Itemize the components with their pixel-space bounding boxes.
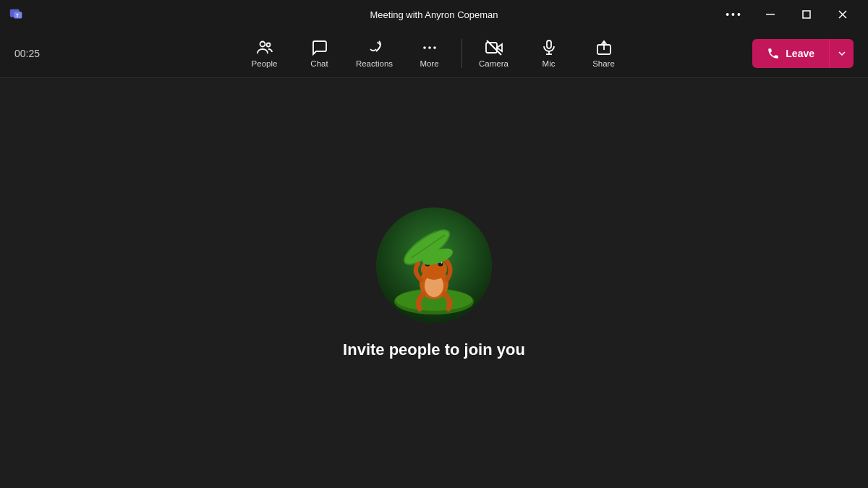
chat-button[interactable]: Chat — [294, 32, 346, 75]
svg-rect-14 — [547, 40, 551, 48]
meeting-main-content: Invite people to join you — [0, 78, 868, 488]
leave-dropdown-button[interactable] — [829, 39, 854, 68]
svg-text:T: T — [16, 13, 19, 18]
svg-rect-4 — [803, 11, 810, 18]
share-button[interactable]: Share — [578, 32, 630, 75]
title-bar: T Meeting with Anyron Copeman ••• — [0, 0, 868, 29]
svg-point-7 — [260, 41, 265, 46]
toolbar-group-right: Camera Mic Share — [468, 32, 630, 75]
leave-area: Leave — [752, 39, 854, 68]
title-bar-left: T — [9, 7, 25, 22]
chevron-down-icon — [838, 49, 846, 58]
leave-button[interactable]: Leave — [752, 39, 829, 68]
toolbar-divider — [461, 39, 462, 68]
mic-label: Mic — [542, 59, 556, 68]
svg-point-8 — [266, 43, 270, 46]
chat-label: Chat — [310, 59, 328, 68]
people-icon — [256, 39, 273, 56]
reactions-button[interactable]: Reactions — [349, 32, 401, 75]
svg-point-34 — [441, 262, 443, 263]
title-bar-controls: ••• — [718, 3, 859, 26]
mic-icon — [540, 39, 558, 56]
toolbar-group-left: People Chat Reactions — [239, 32, 456, 75]
reactions-label: Reactions — [356, 59, 393, 68]
meeting-toolbar: 00:25 People Chat — [0, 29, 868, 78]
chat-icon — [311, 39, 328, 56]
meeting-timer: 00:25 — [14, 48, 40, 59]
minimize-button[interactable] — [754, 3, 787, 26]
hangup-icon — [767, 47, 780, 60]
share-icon — [595, 39, 613, 56]
titlebar-more-button[interactable]: ••• — [718, 3, 751, 26]
svg-rect-3 — [766, 14, 775, 15]
camera-button[interactable]: Camera — [468, 32, 520, 75]
avatar-illustration — [376, 207, 492, 323]
camera-icon — [485, 39, 503, 56]
maximize-button[interactable] — [790, 3, 823, 26]
camera-label: Camera — [479, 59, 509, 68]
teams-logo-icon: T — [9, 7, 25, 22]
more-button[interactable]: More — [404, 32, 456, 75]
people-button[interactable]: People — [239, 32, 291, 75]
window-title: Meeting with Anyron Copeman — [370, 9, 498, 20]
share-label: Share — [592, 59, 615, 68]
more-label: More — [420, 59, 438, 68]
close-button[interactable] — [826, 3, 859, 26]
invite-message: Invite people to join you — [343, 341, 525, 359]
people-label: People — [252, 59, 278, 68]
reactions-icon — [366, 39, 383, 56]
svg-point-9 — [423, 46, 426, 49]
user-avatar — [376, 207, 492, 323]
mic-button[interactable]: Mic — [523, 32, 575, 75]
more-icon — [421, 39, 438, 56]
svg-point-10 — [428, 46, 431, 49]
svg-point-11 — [433, 46, 436, 49]
